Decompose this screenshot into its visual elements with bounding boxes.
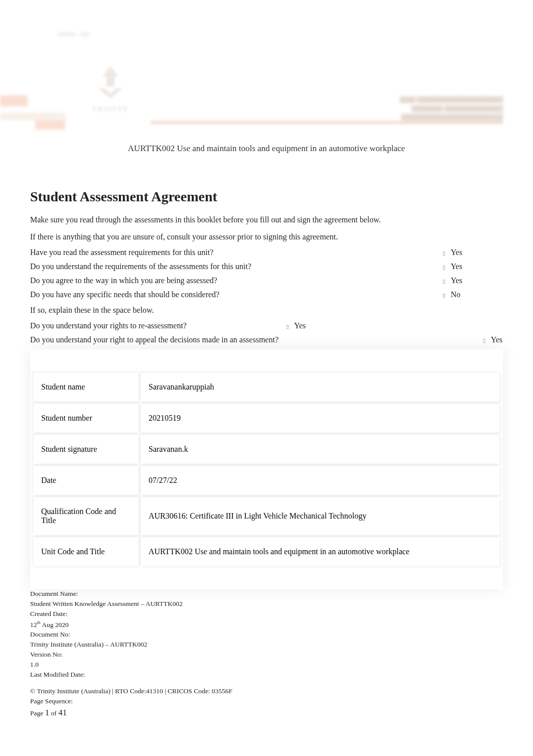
question-row: Do you understand your rights to re-asse… bbox=[30, 321, 503, 330]
bullet-icon: ▯ bbox=[443, 250, 446, 256]
intro-paragraph: Make sure you read through the assessmen… bbox=[30, 214, 503, 226]
student-info-table-wrap: Student name Saravanankaruppiah Student … bbox=[30, 349, 503, 589]
answer-text: ▯Yes bbox=[428, 248, 503, 257]
header-blur-decor: ▬▬ ▬ bbox=[58, 28, 89, 38]
answer-text: ▯Yes bbox=[468, 335, 503, 344]
header-divider bbox=[151, 120, 503, 124]
question-text: Do you agree to the way in which you are… bbox=[30, 276, 217, 285]
field-label: Student number bbox=[33, 404, 139, 433]
table-row: Unit Code and Title AURTTK002 Use and ma… bbox=[33, 537, 500, 566]
question-row: Do you understand your right to appeal t… bbox=[30, 335, 503, 344]
header-decor bbox=[0, 95, 28, 106]
field-value: AURTTK002 Use and maintain tools and equ… bbox=[141, 537, 500, 566]
field-label: Student signature bbox=[33, 435, 139, 464]
bullet-icon: ▯ bbox=[286, 324, 289, 329]
bullet-icon: ▯ bbox=[443, 265, 446, 270]
field-label: Date bbox=[33, 466, 139, 495]
field-label: Student name bbox=[33, 372, 139, 402]
copyright-line: © Trinity Institute (Australia) | RTO Co… bbox=[30, 686, 503, 696]
header-decor bbox=[35, 120, 65, 130]
field-value: 20210519 bbox=[141, 404, 500, 433]
question-row: Do you agree to the way in which you are… bbox=[30, 276, 503, 285]
main-content: Student Assessment Agreement Make sure y… bbox=[0, 189, 533, 589]
intro-paragraph: If there is anything that you are unsure… bbox=[30, 231, 503, 243]
bullet-icon: ▯ bbox=[443, 279, 446, 284]
meta-label: Document No: bbox=[30, 630, 503, 640]
field-value: Saravanan.k bbox=[141, 435, 500, 464]
page-sequence-label: Page Sequence: bbox=[30, 696, 503, 706]
field-value: 07/27/22 bbox=[141, 466, 500, 495]
question-text: Do you understand your rights to re-asse… bbox=[30, 321, 271, 330]
question-text: Have you read the assessment requirement… bbox=[30, 248, 213, 257]
section-heading: Student Assessment Agreement bbox=[30, 189, 503, 205]
question-row: Do you have any specific needs that shou… bbox=[30, 290, 503, 299]
explain-line: If so, explain these in the space below. bbox=[30, 304, 503, 316]
header-decor bbox=[0, 113, 65, 120]
answer-text: ▯Yes bbox=[428, 262, 503, 271]
field-value: AUR30616: Certificate III in Light Vehic… bbox=[141, 497, 500, 535]
field-label: Qualification Code and Title bbox=[33, 497, 139, 535]
meta-value: 12th Aug 2020 bbox=[30, 619, 503, 629]
table-row: Date 07/27/22 bbox=[33, 466, 500, 495]
meta-value: Trinity Institute (Australia) – AURTTK00… bbox=[30, 640, 503, 650]
answer-text: ▯Yes bbox=[428, 276, 503, 285]
header-contact-blur: ████ ██████████████████████ ████████ ███… bbox=[400, 95, 503, 122]
unit-title: AURTTK002 Use and maintain tools and equ… bbox=[0, 144, 533, 154]
meta-label: Document Name: bbox=[30, 589, 503, 599]
question-row: Do you understand the requirements of th… bbox=[30, 262, 503, 271]
question-text: Do you understand your right to appeal t… bbox=[30, 335, 279, 344]
field-label: Unit Code and Title bbox=[33, 537, 139, 566]
document-page: ▬▬ ▬ TRINITY ████ ██████████████████████… bbox=[0, 0, 533, 756]
table-row: Student signature Saravanan.k bbox=[33, 435, 500, 464]
page-header: ▬▬ ▬ TRINITY ████ ██████████████████████… bbox=[0, 0, 533, 141]
table-row: Student name Saravanankaruppiah bbox=[33, 372, 500, 402]
bullet-icon: ▯ bbox=[483, 338, 486, 343]
question-row: Have you read the assessment requirement… bbox=[30, 248, 503, 257]
meta-label: Version No: bbox=[30, 650, 503, 660]
document-metadata: Document Name: Student Written Knowledge… bbox=[0, 589, 533, 680]
document-footer: © Trinity Institute (Australia) | RTO Co… bbox=[0, 680, 533, 719]
field-value: Saravanankaruppiah bbox=[141, 372, 500, 402]
logo-icon bbox=[90, 62, 130, 102]
question-text: Do you understand the requirements of th… bbox=[30, 262, 251, 271]
meta-label: Created Date: bbox=[30, 609, 503, 619]
bullet-icon: ▯ bbox=[443, 293, 446, 298]
answer-text: ▯No bbox=[428, 290, 503, 299]
institute-logo: TRINITY bbox=[70, 50, 151, 125]
student-info-table: Student name Saravanankaruppiah Student … bbox=[31, 370, 502, 568]
page-number: Page 1 of 41 bbox=[30, 706, 503, 719]
logo-text: TRINITY bbox=[92, 105, 129, 113]
table-row: Student number 20210519 bbox=[33, 404, 500, 433]
meta-value: 1.0 bbox=[30, 660, 503, 670]
table-row: Qualification Code and Title AUR30616: C… bbox=[33, 497, 500, 535]
question-text: Do you have any specific needs that shou… bbox=[30, 290, 219, 299]
meta-label: Last Modified Date: bbox=[30, 670, 503, 680]
answer-text: ▯Yes bbox=[271, 321, 306, 330]
meta-value: Student Written Knowledge Assessment – A… bbox=[30, 599, 503, 609]
